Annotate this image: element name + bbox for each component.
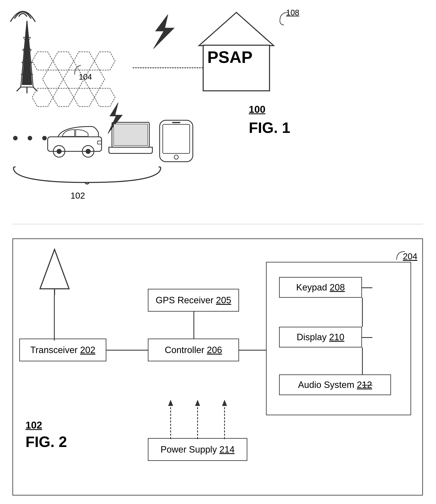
gps-label: GPS Receiver 205 xyxy=(156,295,231,305)
fig2-number: 102 xyxy=(26,419,67,431)
svg-marker-26 xyxy=(154,15,174,49)
power-arrow-mid xyxy=(193,399,202,440)
signal-bolt-top xyxy=(141,12,182,50)
box-display: Display 210 xyxy=(279,327,362,347)
fig2-label-group: 102 FIG. 2 xyxy=(26,419,67,450)
svg-marker-22 xyxy=(32,88,53,107)
power-arrow-right xyxy=(220,399,229,440)
laptop-svg xyxy=(108,120,154,162)
svg-marker-18 xyxy=(94,52,115,70)
fig2-outer-border: Transceiver 202 GPS Receiver 205 Control… xyxy=(12,238,423,495)
antenna-fig2 xyxy=(38,247,71,297)
svg-marker-27 xyxy=(199,12,274,46)
svg-marker-45 xyxy=(40,249,69,289)
svg-rect-35 xyxy=(97,141,102,144)
svg-marker-19 xyxy=(43,70,63,88)
svg-marker-52 xyxy=(222,400,227,406)
svg-marker-15 xyxy=(32,52,53,70)
svg-point-32 xyxy=(57,149,62,154)
box-power: Power Supply 214 xyxy=(148,438,247,461)
psap-label: PSAP xyxy=(207,48,253,67)
fig1-number: 100 xyxy=(249,104,290,115)
fig1-label-group: 100 FIG. 1 xyxy=(249,104,290,136)
svg-point-44 xyxy=(174,155,178,159)
svg-line-11 xyxy=(17,87,21,91)
brace-svg xyxy=(11,166,163,187)
svg-marker-23 xyxy=(53,88,74,107)
transceiver-label: Transceiver 202 xyxy=(30,345,95,355)
controller-label: Controller 206 xyxy=(165,345,222,355)
svg-marker-24 xyxy=(74,88,94,107)
svg-rect-41 xyxy=(160,120,193,162)
box-controller: Controller 206 xyxy=(148,339,239,361)
box-204: Keypad 208 Display 210 Audio System 212 xyxy=(266,262,411,415)
svg-rect-43 xyxy=(172,122,180,123)
svg-rect-38 xyxy=(114,124,148,145)
svg-point-34 xyxy=(86,149,91,154)
devices-dots: • • • xyxy=(12,128,49,148)
box-audio: Audio System 212 xyxy=(279,374,391,395)
power-arrow-left xyxy=(166,399,175,440)
fig1-title: FIG. 1 xyxy=(249,119,290,136)
box-keypad: Keypad 208 xyxy=(279,277,362,298)
svg-marker-48 xyxy=(168,400,173,406)
fig2-title: FIG. 2 xyxy=(26,433,67,450)
svg-marker-50 xyxy=(195,400,200,406)
box-transceiver: Transceiver 202 xyxy=(19,339,106,361)
svg-rect-42 xyxy=(163,124,190,153)
car-svg xyxy=(45,120,104,158)
phone-svg xyxy=(158,118,195,164)
label-102-fig1: 102 xyxy=(71,191,85,201)
box-gps: GPS Receiver 205 xyxy=(148,289,239,312)
